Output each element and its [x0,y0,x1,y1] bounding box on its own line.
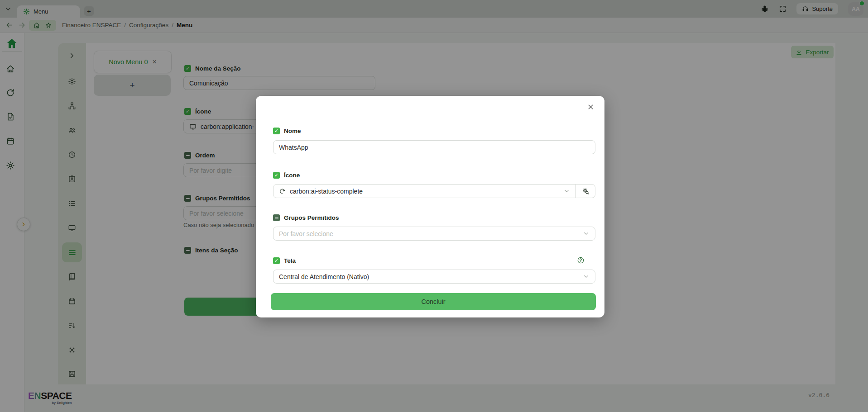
modal-tela-select[interactable]: Central de Atendimento (Nativo) [273,270,595,284]
modal-grupos-label: Grupos Permitidos [284,214,339,221]
icon-browser-button[interactable] [575,185,595,198]
modal-tela-label: Tela [284,257,296,264]
modal-grupos-select[interactable]: Por favor selecione [273,227,595,241]
modal-icone-group: carbon:ai-status-complete [273,184,595,198]
modal-icone-value: carbon:ai-status-complete [290,188,363,195]
modal-grupos-checkbox[interactable] [273,214,280,221]
modal-icone-select[interactable]: carbon:ai-status-complete [273,185,575,198]
chevron-down-icon [563,188,570,194]
modal-grupos-placeholder: Por favor selecione [279,230,333,237]
modal-tela-checkbox[interactable] [273,257,280,264]
modal-close-icon[interactable] [587,103,595,111]
modal-nome-label: Nome [284,128,301,134]
modal-tela-value: Central de Atendimento (Nativo) [279,273,369,280]
modal-field-nome: Nome [273,128,301,134]
modal-field-tela: Tela [273,257,595,264]
chevron-down-icon [583,273,590,280]
concluir-button[interactable]: Concluir [271,293,596,310]
modal-icone-label: Ícone [284,172,300,179]
modal-field-icone: Ícone [273,172,300,179]
modal-nome-input[interactable]: WhatsApp [273,140,595,154]
help-question-icon[interactable] [577,256,585,264]
gear-search-icon [582,187,590,195]
app-window: Menu + Suporte AA Financeiro ENSPACE / [0,0,868,412]
modal-field-grupos: Grupos Permitidos [273,214,339,221]
chevron-down-icon [583,230,590,237]
ai-status-complete-icon [279,188,286,194]
modal-nome-value: WhatsApp [279,144,308,151]
modal-icone-checkbox[interactable] [273,172,280,179]
modal-nome-checkbox[interactable] [273,128,280,134]
menu-item-dialog: Nome WhatsApp Ícone carbon:ai-status-com… [256,96,604,317]
